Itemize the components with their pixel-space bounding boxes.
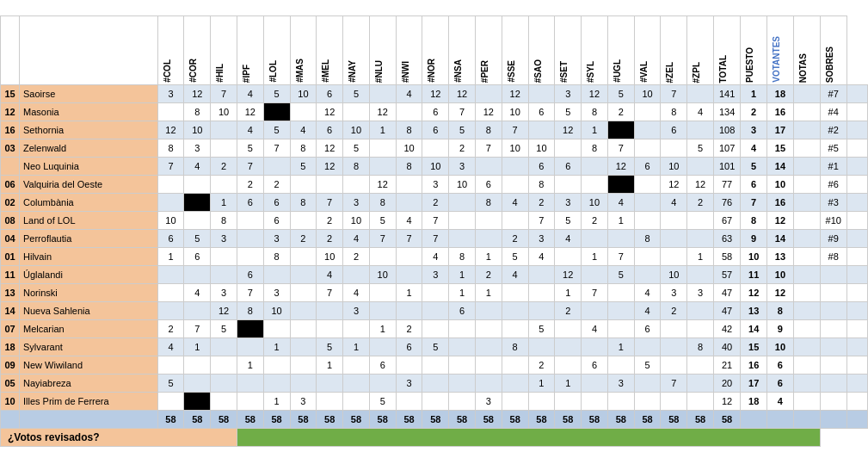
vote-cell: 67 — [714, 212, 741, 230]
vote-cell: 6 — [582, 356, 608, 375]
vote-cell — [369, 85, 396, 103]
vote-cell: 47 — [714, 284, 741, 302]
vote-cell: 6 — [528, 158, 555, 176]
vote-cell: 1 — [555, 284, 582, 302]
row-puesto: 10 — [767, 266, 794, 284]
vote-cell — [634, 338, 661, 356]
vote-cell — [607, 393, 634, 411]
total-cell-empty — [820, 411, 846, 429]
table-row: 15Saoirse312745106541212123125107141118#… — [1, 85, 868, 103]
row-notas — [820, 266, 846, 284]
vote-cell: 2 — [396, 320, 422, 338]
row-total: 10 — [741, 248, 767, 266]
vote-cell — [582, 393, 608, 411]
total-cell: 58 — [555, 411, 582, 429]
total-cell: 58 — [582, 411, 608, 429]
vote-cell: 10 — [290, 85, 317, 103]
vote-cell: 134 — [714, 103, 741, 121]
vote-cell: 7 — [661, 85, 687, 103]
header-col-nwi: #NWI — [396, 16, 422, 85]
vote-cell — [634, 248, 661, 266]
row-sobres — [846, 139, 867, 158]
vote-cell — [211, 338, 237, 356]
row-country-name: Nayiabreza — [20, 375, 158, 393]
vote-cell — [184, 176, 211, 194]
vote-cell — [184, 302, 211, 320]
vote-cell — [555, 320, 582, 338]
votes-table: #COL #COR #HIL #IPF #LOL #MAS #MEL #NAY … — [0, 15, 868, 447]
row-sobres — [846, 194, 867, 212]
vote-cell: 1 — [157, 248, 184, 266]
vote-cell — [157, 103, 184, 121]
row-sobres — [846, 85, 867, 103]
vote-cell — [502, 375, 528, 393]
vote-cell — [184, 212, 211, 230]
row-votantes — [793, 338, 820, 356]
header-col-nlu: #NLU — [369, 16, 396, 85]
vote-cell — [634, 121, 661, 139]
table-row: 05Nayiabreza53113720176 — [1, 375, 868, 393]
vote-cell: 5 — [157, 375, 184, 393]
row-notas: #4 — [820, 103, 846, 121]
row-votantes — [793, 266, 820, 284]
vote-cell: 5 — [502, 248, 528, 266]
vote-cell — [661, 230, 687, 248]
row-puesto: 13 — [767, 248, 794, 266]
vote-cell: 8 — [502, 338, 528, 356]
vote-cell — [317, 320, 343, 338]
vote-cell: 3 — [528, 230, 555, 248]
vote-cell — [475, 85, 502, 103]
vote-cell — [555, 176, 582, 194]
vote-cell: 20 — [714, 375, 741, 393]
vote-cell: 3 — [211, 230, 237, 248]
vote-cell: 2 — [317, 230, 343, 248]
row-sobres — [846, 266, 867, 284]
total-cell: 58 — [714, 411, 741, 429]
row-country-name: Zelenwald — [20, 139, 158, 158]
vote-cell — [211, 176, 237, 194]
table-row: 03Zelenwald8357812510271010875107415#5 — [1, 139, 868, 158]
vote-cell: 1 — [582, 248, 608, 266]
vote-cell — [290, 375, 317, 393]
row-total: 6 — [741, 176, 767, 194]
total-row-name — [20, 411, 158, 429]
vote-cell — [502, 393, 528, 411]
total-row: 5858585858585858585858585858585858585858… — [1, 411, 868, 429]
total-cell: 58 — [661, 411, 687, 429]
vote-cell: 6 — [263, 212, 290, 230]
vote-cell: 12 — [502, 85, 528, 103]
header-col-nsa: #NSA — [449, 16, 476, 85]
vote-cell — [528, 393, 555, 411]
row-notas — [820, 284, 846, 302]
vote-cell: 4 — [396, 212, 422, 230]
vote-cell — [449, 356, 476, 375]
table-row: 13Norinski43737411117433471212 — [1, 284, 868, 302]
title — [0, 0, 868, 15]
vote-cell — [607, 176, 634, 194]
vote-cell — [422, 284, 449, 302]
total-cell: 58 — [211, 411, 237, 429]
header-num — [1, 16, 20, 85]
vote-cell: 7 — [263, 139, 290, 158]
vote-cell: 7 — [475, 139, 502, 158]
row-country-name: Nueva Sahlenia — [20, 302, 158, 320]
vote-cell: 1 — [528, 375, 555, 393]
vote-cell: 7 — [184, 320, 211, 338]
header-votantes: VOTANTES — [767, 16, 794, 85]
row-country-name: Sylvarant — [20, 338, 158, 356]
vote-cell: 7 — [528, 212, 555, 230]
vote-cell: 6 — [422, 103, 449, 121]
row-votantes — [793, 393, 820, 411]
row-votantes — [793, 103, 820, 121]
row-country-name: Melcarian — [20, 320, 158, 338]
vote-cell — [157, 194, 184, 212]
total-cell: 58 — [687, 411, 714, 429]
row-votantes — [793, 284, 820, 302]
vote-cell: 6 — [317, 85, 343, 103]
vote-cell — [396, 103, 422, 121]
vote-cell — [687, 393, 714, 411]
row-sobres — [846, 284, 867, 302]
row-country-name: Land of LOL — [20, 212, 158, 230]
vote-cell: 2 — [237, 176, 263, 194]
vote-cell: 7 — [607, 248, 634, 266]
